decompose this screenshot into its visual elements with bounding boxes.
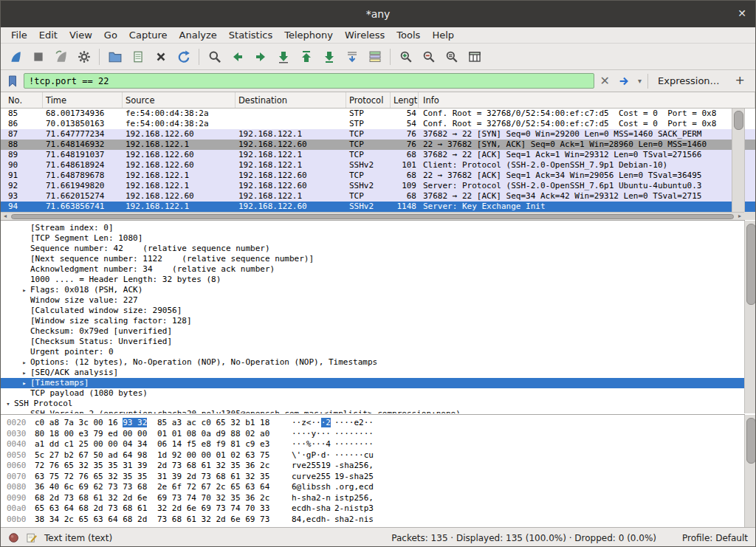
column-header-destination[interactable]: Destination: [236, 92, 346, 108]
go-first-button[interactable]: [295, 47, 317, 67]
packet-row[interactable]: 8871.648146932192.168.122.1192.168.122.6…: [1, 140, 732, 150]
packet-list-minimap[interactable]: [744, 109, 756, 212]
expert-info-button[interactable]: [8, 532, 19, 543]
expander-icon[interactable]: ▸: [18, 368, 30, 378]
hex-row[interactable]: 00a065 63 64 68 2d 73 68 6132 2d 6e 69 7…: [1, 503, 745, 515]
reload-button[interactable]: [172, 47, 195, 67]
column-header-source[interactable]: Source: [123, 92, 236, 108]
detail-row[interactable]: ▸Flags: 0x018 (PSH, ACK): [1, 285, 745, 295]
packet-row[interactable]: 8670.013850163fe:54:00:d4:38:2aSTP54Conf…: [1, 119, 732, 129]
menu-item-telephony[interactable]: Telephony: [278, 28, 339, 42]
packet-list-scrollbar[interactable]: [732, 109, 744, 212]
restart-capture-button[interactable]: [49, 47, 72, 67]
go-forward-button[interactable]: [249, 47, 272, 67]
menu-item-help[interactable]: Help: [426, 28, 460, 42]
detail-row[interactable]: Acknowledgment number: 34 (relative ack …: [1, 264, 745, 275]
detail-row[interactable]: 1000 .... = Header Length: 32 bytes (8): [1, 275, 745, 285]
packet-row[interactable]: 9071.648618924192.168.122.60192.168.122.…: [1, 160, 732, 171]
menu-item-tools[interactable]: Tools: [391, 28, 426, 42]
expander-icon[interactable]: ▸: [18, 357, 30, 368]
hex-row[interactable]: 003080 18 00 e3 79 ed 00 0001 01 08 0a d…: [1, 429, 745, 440]
packet-row[interactable]: 9171.648789678192.168.122.1192.168.122.6…: [1, 171, 732, 181]
packet-row[interactable]: 8568.001734936fe:54:00:d4:38:2aSTP54Conf…: [1, 109, 732, 119]
zoom-100-button[interactable]: [440, 47, 463, 67]
menu-item-file[interactable]: File: [5, 28, 33, 42]
hex-scroll-thumb[interactable]: [746, 418, 756, 464]
menu-item-edit[interactable]: Edit: [33, 28, 63, 42]
colorize-button[interactable]: [363, 47, 386, 67]
packet-row[interactable]: 9371.662015274192.168.122.60192.168.122.…: [1, 191, 732, 202]
zoom-out-button[interactable]: [417, 47, 440, 67]
detail-row[interactable]: ▸[SEQ/ACK analysis]: [1, 368, 745, 378]
save-file-button[interactable]: [126, 47, 149, 67]
column-header-info[interactable]: Info: [419, 92, 755, 108]
scroll-right-icon[interactable]: ▸: [735, 213, 744, 220]
detail-row[interactable]: [TCP Segment Len: 1080]: [1, 233, 745, 244]
detail-row[interactable]: [Next sequence number: 1122 (relative se…: [1, 254, 745, 264]
detail-row[interactable]: SSH Version 2 (encryption:chacha20-poly1…: [1, 409, 745, 413]
expander-icon[interactable]: ▾: [2, 399, 14, 409]
capture-options-button[interactable]: [72, 47, 95, 67]
column-header-protocol[interactable]: Protocol: [346, 92, 391, 108]
expander-icon[interactable]: ▸: [18, 285, 30, 295]
capture-comment-button[interactable]: [26, 532, 38, 543]
expander-icon[interactable]: ▸: [18, 378, 30, 388]
hex-row[interactable]: 00505c 27 b2 67 50 ad 64 981d 92 00 00 0…: [1, 450, 745, 461]
hex-row[interactable]: 0020c0 a8 7a 3c 00 16 93 3285 a3 ac c0 6…: [1, 418, 745, 429]
column-header-no[interactable]: No.: [1, 92, 43, 108]
detail-row[interactable]: Window size value: 227: [1, 295, 745, 306]
hex-row[interactable]: 00b038 34 2c 65 63 64 68 2d73 68 61 32 2…: [1, 515, 745, 526]
resize-columns-button[interactable]: [463, 47, 486, 67]
hex-row[interactable]: 0040a1 dd c1 25 00 00 04 3406 14 f5 e8 f…: [1, 439, 745, 450]
filter-apply-button[interactable]: [616, 73, 632, 89]
detail-row[interactable]: [Calculated window size: 29056]: [1, 306, 745, 316]
detail-row[interactable]: Urgent pointer: 0: [1, 347, 745, 357]
start-capture-button[interactable]: [4, 47, 27, 67]
packet-list-scroll-thumb[interactable]: [734, 111, 743, 130]
column-header-length[interactable]: Length: [391, 92, 419, 108]
detail-row[interactable]: Sequence number: 42 (relative sequence n…: [1, 244, 745, 254]
menu-item-wireless[interactable]: Wireless: [339, 28, 391, 42]
details-scrollbar[interactable]: [744, 221, 756, 413]
go-last-button[interactable]: [317, 47, 340, 67]
hex-row[interactable]: 006072 76 65 32 35 35 31 392d 73 68 61 3…: [1, 461, 745, 472]
packet-list-hscroll-thumb[interactable]: [11, 214, 734, 219]
filter-bookmark-button[interactable]: [5, 73, 20, 89]
zoom-in-button[interactable]: [394, 47, 417, 67]
stop-capture-button[interactable]: [27, 47, 49, 67]
hex-scrollbar[interactable]: [744, 415, 756, 527]
packet-list-hscrollbar[interactable]: ◂ ▸: [1, 212, 744, 220]
detail-row[interactable]: Checksum: 0x79ed [unverified]: [1, 326, 745, 337]
hex-row[interactable]: 008036 40 6c 69 62 73 73 682e 6f 72 67 2…: [1, 482, 745, 493]
open-file-button[interactable]: [103, 47, 126, 67]
go-back-button[interactable]: [226, 47, 249, 67]
menu-item-capture[interactable]: Capture: [123, 28, 173, 42]
expression-button[interactable]: Expression…: [652, 75, 726, 86]
detail-row[interactable]: [Window size scaling factor: 128]: [1, 316, 745, 326]
packet-row[interactable]: 8971.648191037192.168.122.60192.168.122.…: [1, 150, 732, 160]
filter-clear-icon[interactable]: ✕: [598, 73, 612, 89]
auto-scroll-button[interactable]: [340, 47, 363, 67]
hex-row[interactable]: 007063 75 72 76 65 32 35 3531 39 2d 73 6…: [1, 472, 745, 483]
detail-row[interactable]: ▾SSH Protocol: [1, 399, 745, 409]
display-filter-input[interactable]: [24, 73, 594, 89]
go-to-packet-button[interactable]: [272, 47, 295, 67]
scroll-left-icon[interactable]: ◂: [1, 213, 10, 220]
details-scroll-thumb[interactable]: [746, 224, 756, 305]
detail-row[interactable]: ▸Options: (12 bytes), No-Operation (NOP)…: [1, 357, 745, 368]
find-packet-button[interactable]: [203, 47, 226, 67]
menu-item-statistics[interactable]: Statistics: [223, 28, 278, 42]
detail-row[interactable]: [Stream index: 0]: [1, 223, 745, 233]
menu-item-analyze[interactable]: Analyze: [173, 28, 223, 42]
filter-dropdown-icon[interactable]: ▾: [636, 73, 644, 89]
menu-item-view[interactable]: View: [63, 28, 98, 42]
detail-row[interactable]: TCP payload (1080 bytes): [1, 388, 745, 399]
close-file-button[interactable]: [149, 47, 172, 67]
status-profile[interactable]: Profile: Default: [682, 533, 748, 543]
column-header-time[interactable]: Time: [43, 92, 123, 108]
menu-item-go[interactable]: Go: [98, 28, 123, 42]
packet-row[interactable]: 8771.647777234192.168.122.60192.168.122.…: [1, 129, 732, 140]
close-window-icon[interactable]: ✕: [738, 8, 746, 18]
packet-row[interactable]: 9471.663856741192.168.122.1192.168.122.6…: [1, 202, 732, 212]
hex-row[interactable]: 009068 2d 73 68 61 32 2d 6e69 73 74 70 3…: [1, 493, 745, 504]
